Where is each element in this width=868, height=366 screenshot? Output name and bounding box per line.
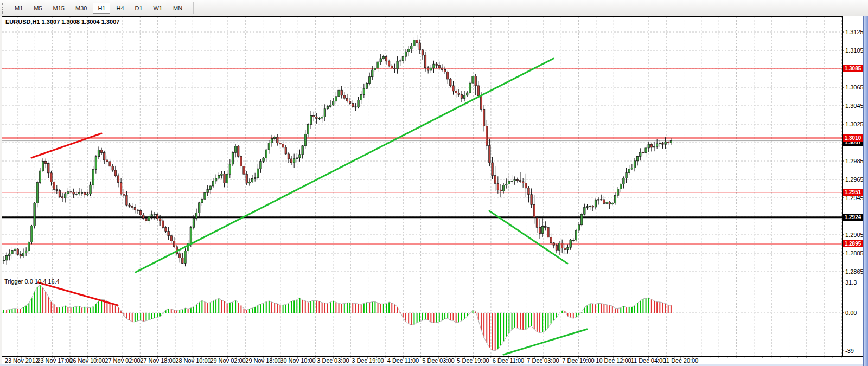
chart-canvas[interactable]: 1.31251.31051.30851.30651.30451.30251.30… <box>0 0 868 366</box>
svg-text:1.2885: 1.2885 <box>845 250 864 256</box>
scrollbar-thumb[interactable] <box>864 16 868 366</box>
svg-text:11 Dec 20:00: 11 Dec 20:00 <box>663 357 699 364</box>
price-badge-1.3085: 1.3085 <box>843 65 863 72</box>
timeframe-button-M1[interactable]: M1 <box>10 3 28 14</box>
timeframe-button-D1[interactable]: D1 <box>130 3 148 14</box>
chart-title: EURUSD,H1 1.3007 1.3008 1.3004 1.3007 <box>5 18 119 25</box>
timeframe-buttons: M1M5M15M30H1H4D1W1MN <box>9 3 188 14</box>
svg-text:5 Dec 03:00: 5 Dec 03:00 <box>422 357 454 364</box>
svg-text:11 Dec 04:00: 11 Dec 04:00 <box>631 357 666 364</box>
svg-text:10 Dec 12:00: 10 Dec 12:00 <box>596 357 631 364</box>
toolbar-separator <box>193 2 194 14</box>
svg-text:1.2965: 1.2965 <box>845 176 864 183</box>
toolbar-grip-handle[interactable] <box>2 3 6 14</box>
timeframe-button-MN[interactable]: MN <box>168 3 187 14</box>
svg-text:1.3025: 1.3025 <box>845 121 864 127</box>
timeframe-button-H1[interactable]: H1 <box>93 3 110 14</box>
svg-text:1.3105: 1.3105 <box>845 47 864 54</box>
svg-text:30 Nov 10:00: 30 Nov 10:00 <box>280 357 315 364</box>
timeframe-toolbar: M1M5M15M30H1H4D1W1MN <box>0 0 868 16</box>
svg-text:23 Nov 2012: 23 Nov 2012 <box>5 357 39 364</box>
svg-text:7 Dec 19:00: 7 Dec 19:00 <box>562 357 594 364</box>
svg-text:7 Dec 03:00: 7 Dec 03:00 <box>527 357 559 364</box>
svg-text:29 Nov 02:00: 29 Nov 02:00 <box>210 357 245 364</box>
timeframe-button-M5[interactable]: M5 <box>29 3 47 14</box>
svg-text:28 Nov 10:00: 28 Nov 10:00 <box>175 357 210 364</box>
indicator-label: Trigger 0.0 10.4 16.4 <box>4 278 60 285</box>
svg-text:1.3045: 1.3045 <box>845 102 864 109</box>
svg-text:31.3: 31.3 <box>845 279 857 286</box>
svg-text:1.2865: 1.2865 <box>845 268 864 275</box>
svg-text:1.3065: 1.3065 <box>845 84 864 91</box>
window-bottom-edge <box>0 364 863 366</box>
timeframe-button-M15[interactable]: M15 <box>48 3 69 14</box>
price-badge-1.2895: 1.2895 <box>843 240 863 247</box>
svg-text:0.00: 0.00 <box>845 310 857 316</box>
timeframe-button-M30[interactable]: M30 <box>71 3 92 14</box>
svg-text:27 Nov 18:00: 27 Nov 18:00 <box>140 357 175 364</box>
svg-text:3 Dec 19:00: 3 Dec 19:00 <box>352 357 384 364</box>
svg-text:1.2945: 1.2945 <box>845 195 864 201</box>
svg-text:6 Dec 11:00: 6 Dec 11:00 <box>493 357 525 364</box>
svg-text:4 Dec 11:00: 4 Dec 11:00 <box>387 357 419 364</box>
svg-text:1.2985: 1.2985 <box>845 158 864 164</box>
svg-text:-39: -39 <box>845 348 854 354</box>
price-badge-1.2951: 1.2951 <box>843 189 863 196</box>
price-badge-1.3010: 1.3010 <box>843 134 863 142</box>
svg-text:27 Nov 02:00: 27 Nov 02:00 <box>105 357 140 364</box>
svg-text:23 Nov 17:00: 23 Nov 17:00 <box>37 357 72 364</box>
vertical-scrollbar[interactable] <box>863 16 868 366</box>
svg-text:26 Nov 10:00: 26 Nov 10:00 <box>69 357 105 364</box>
svg-text:1.2905: 1.2905 <box>845 232 864 238</box>
svg-text:5 Dec 19:00: 5 Dec 19:00 <box>457 357 489 364</box>
price-badge-1.2924: 1.2924 <box>843 214 863 221</box>
svg-text:29 Nov 18:00: 29 Nov 18:00 <box>245 357 280 364</box>
timeframe-button-W1[interactable]: W1 <box>149 3 168 14</box>
svg-text:1.3125: 1.3125 <box>845 29 864 35</box>
svg-text:3 Dec 03:00: 3 Dec 03:00 <box>317 357 349 364</box>
timeframe-button-H4[interactable]: H4 <box>111 3 129 14</box>
